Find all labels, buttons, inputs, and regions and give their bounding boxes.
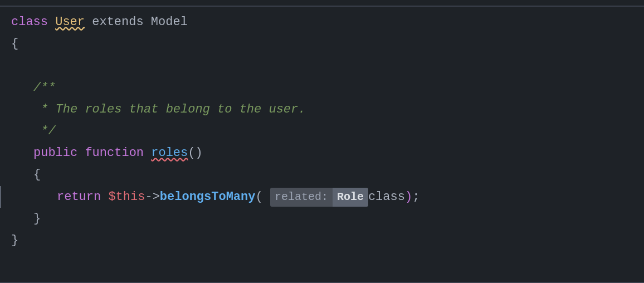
code-line-empty	[0, 55, 644, 76]
code-line-class-close: }	[0, 230, 644, 251]
tooltip-value: Role	[333, 188, 368, 207]
close-brace-function: }	[33, 209, 41, 228]
code-line-function-open: {	[0, 164, 644, 186]
code-line-comment-start: /**	[0, 77, 644, 99]
code-line-comment-end: */	[0, 120, 644, 142]
space	[144, 12, 151, 32]
belongs-to-many-method: belongsToMany	[160, 187, 256, 207]
function-name-roles: roles	[151, 143, 188, 163]
space	[48, 12, 55, 32]
keyword-class: class	[11, 12, 48, 32]
this-variable: $this	[108, 187, 145, 207]
public-keyword: public	[33, 143, 77, 163]
class-keyword: )	[405, 187, 412, 207]
tooltip-label: related:	[270, 188, 333, 207]
model-name: Model	[151, 12, 188, 32]
code-line-function-close: }	[0, 208, 644, 230]
close-paren: ;	[412, 187, 419, 207]
code-line: {	[0, 33, 644, 55]
function-parens: ()	[188, 143, 202, 163]
parameter-tooltip: related:Role	[270, 188, 368, 207]
space	[144, 143, 151, 163]
open-paren: (	[255, 187, 262, 207]
code-line-function-def: public function roles ()	[0, 142, 644, 164]
arrow-operator: ->	[145, 187, 159, 207]
open-brace-class: {	[11, 34, 18, 53]
code-line: class User extends Model	[0, 11, 644, 33]
code-line-return: return $this -> belongsToMany ( related:…	[0, 186, 644, 208]
return-keyword: return	[57, 187, 101, 207]
close-brace-class: }	[11, 231, 18, 250]
space	[101, 187, 108, 207]
space	[77, 143, 85, 163]
function-keyword: function	[85, 143, 144, 163]
comment-body: * The roles that belong to the user.	[33, 100, 305, 119]
class-name-user: User	[55, 12, 85, 32]
comment-open: /**	[33, 78, 56, 97]
code-editor: class User extends Model { /** * The rol…	[0, 0, 644, 283]
comment-close: */	[33, 121, 56, 141]
space	[85, 12, 92, 32]
top-border	[0, 6, 644, 7]
extends-keyword: extends	[92, 12, 143, 32]
space	[263, 187, 270, 207]
open-brace-function: {	[33, 165, 41, 184]
code-line-comment-body: * The roles that belong to the user.	[0, 99, 644, 120]
double-colon: class	[368, 187, 405, 207]
